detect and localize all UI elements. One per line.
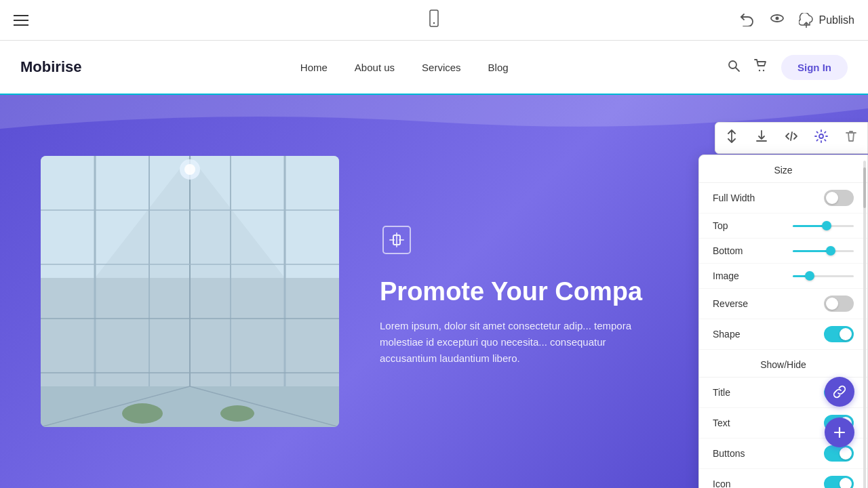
- hero-text: Lorem ipsum, dolor sit amet consectetur …: [380, 318, 665, 367]
- svg-line-30: [791, 132, 792, 140]
- preview-button[interactable]: [769, 10, 785, 30]
- svg-rect-0: [430, 10, 438, 26]
- move-section-button[interactable]: [722, 127, 741, 149]
- code-section-button[interactable]: [782, 127, 801, 149]
- delete-section-button[interactable]: [842, 127, 861, 149]
- buttons-toggle[interactable]: [824, 445, 854, 462]
- hamburger-icon: [14, 15, 28, 26]
- mobile-preview-button[interactable]: [425, 9, 443, 31]
- title-label: Title: [713, 387, 730, 398]
- publish-label: Publish: [819, 14, 854, 26]
- bottom-row: Bottom: [699, 239, 867, 264]
- nav-logo: Mobirise: [20, 58, 81, 76]
- svg-point-4: [729, 61, 736, 68]
- bottom-track: [793, 250, 854, 252]
- bottom-slider[interactable]: [793, 250, 854, 252]
- page-wrapper: Publish Mobirise Home About us Services …: [0, 0, 868, 488]
- nav-right: Sign In: [727, 55, 848, 80]
- svg-line-5: [736, 68, 739, 71]
- nav-links: Home About us Services Blog: [300, 62, 509, 73]
- eye-icon: [769, 10, 785, 26]
- reverse-toggle[interactable]: [824, 296, 854, 312]
- svg-point-7: [763, 69, 764, 70]
- bottom-thumb[interactable]: [826, 246, 835, 256]
- section-toolbar: [715, 122, 868, 154]
- download-section-button[interactable]: [752, 127, 771, 149]
- upload-cloud-icon: [799, 13, 814, 28]
- top-label: Top: [713, 220, 728, 231]
- full-width-row: Full Width: [699, 183, 867, 214]
- svg-point-26: [184, 164, 195, 175]
- top-track: [793, 225, 854, 227]
- toolbar-right: Publish: [739, 10, 854, 30]
- reverse-slider: [824, 296, 854, 312]
- toolbar-center: [425, 9, 443, 31]
- nav-bar: Mobirise Home About us Services Blog: [0, 41, 868, 95]
- plus-icon: [832, 425, 847, 440]
- buttons-slider: [824, 445, 854, 462]
- top-slider[interactable]: [793, 225, 854, 227]
- buttons-label: Buttons: [713, 448, 745, 459]
- cart-icon[interactable]: [754, 59, 768, 76]
- image-slider[interactable]: [793, 275, 854, 277]
- image-label: Image: [713, 270, 739, 281]
- hero-image-container: [41, 156, 339, 427]
- image-track: [793, 275, 854, 277]
- icon-slider: [824, 476, 854, 488]
- nav-link-blog[interactable]: Blog: [488, 62, 509, 73]
- settings-section-button[interactable]: [812, 127, 831, 149]
- mobile-icon: [425, 9, 443, 28]
- nav-link-about[interactable]: About us: [355, 62, 395, 73]
- svg-point-3: [775, 17, 778, 20]
- undo-icon: [739, 10, 755, 26]
- nav-link-home[interactable]: Home: [300, 62, 328, 73]
- image-row: Image: [699, 264, 867, 289]
- text-label: Text: [713, 418, 730, 428]
- svg-point-31: [819, 134, 823, 138]
- shape-slider: [824, 326, 854, 342]
- nav-link-services[interactable]: Services: [422, 62, 461, 73]
- icon-toggle[interactable]: [824, 476, 854, 488]
- reverse-row: Reverse: [699, 289, 867, 319]
- svg-point-23: [122, 403, 163, 424]
- scrollbar-thumb: [863, 167, 866, 208]
- shape-toggle[interactable]: [824, 326, 854, 342]
- image-thumb[interactable]: [805, 271, 814, 281]
- bottom-label: Bottom: [713, 245, 743, 256]
- sign-in-button[interactable]: Sign In: [781, 55, 848, 80]
- search-icon[interactable]: [727, 59, 741, 76]
- shape-row: Shape: [699, 319, 867, 350]
- link-icon: [833, 385, 846, 399]
- fab-link-button[interactable]: [825, 377, 854, 407]
- size-section-title: Size: [699, 155, 867, 183]
- top-row: Top: [699, 214, 867, 239]
- svg-rect-20: [41, 386, 339, 427]
- top-thumb[interactable]: [822, 221, 831, 230]
- fab-add-button[interactable]: [825, 418, 854, 447]
- top-toolbar: Publish: [0, 0, 868, 41]
- scrollbar[interactable]: [863, 161, 866, 488]
- svg-point-6: [759, 69, 760, 70]
- bottom-fill: [793, 250, 831, 252]
- show-hide-title: Show/Hide: [699, 350, 867, 378]
- hamburger-menu-button[interactable]: [14, 15, 28, 26]
- icon-row: Icon: [699, 469, 867, 488]
- full-width-label: Full Width: [713, 192, 755, 203]
- publish-button[interactable]: Publish: [799, 13, 854, 28]
- icon-label: Icon: [713, 479, 730, 488]
- shape-label: Shape: [713, 329, 740, 340]
- toolbar-left: [14, 15, 28, 26]
- undo-button[interactable]: [739, 10, 755, 30]
- full-width-slider: [824, 190, 854, 206]
- building-image: [41, 156, 339, 427]
- full-width-toggle[interactable]: [824, 190, 854, 206]
- svg-point-24: [220, 405, 254, 422]
- reverse-label: Reverse: [713, 298, 748, 309]
- svg-point-1: [433, 22, 435, 24]
